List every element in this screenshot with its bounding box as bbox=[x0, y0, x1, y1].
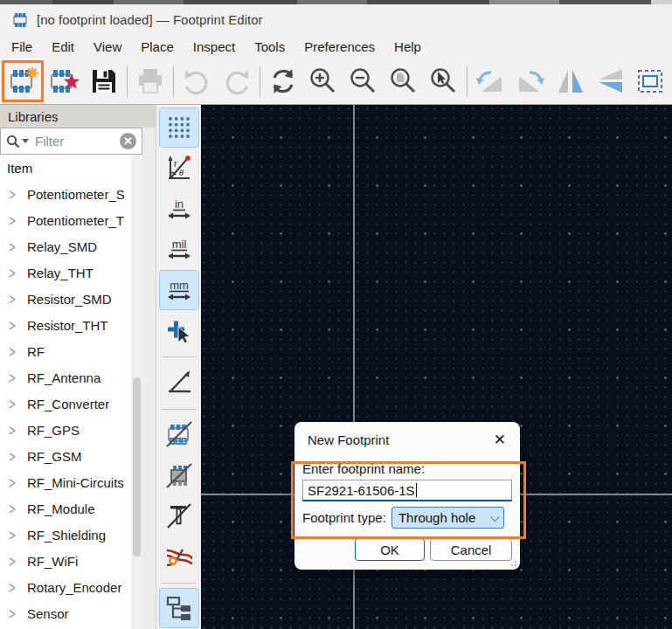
chevron-right-icon[interactable]: > bbox=[9, 526, 21, 544]
chevron-right-icon[interactable]: > bbox=[9, 578, 21, 597]
tree-item-label: Potentiometer_T bbox=[27, 213, 124, 228]
polar-coordinates-button[interactable]: r θ bbox=[159, 149, 199, 189]
tree-item-rf-mini-circuits[interactable]: >RF_Mini-Circuits bbox=[0, 469, 131, 495]
resize-grip[interactable] bbox=[509, 559, 516, 566]
tree-item-potentiometer-t[interactable]: >Potentiometer_T bbox=[0, 207, 131, 233]
chevron-right-icon[interactable]: > bbox=[9, 395, 21, 413]
tree-item-label: Resistor_SMD bbox=[27, 292, 112, 307]
left-toolbar: r θ in mil mm bbox=[156, 105, 201, 629]
tree-item-relay-smd[interactable]: >Relay_SMD bbox=[0, 233, 131, 259]
tree-item-label: RF_Antenna bbox=[27, 370, 100, 385]
tree-item-rf-wifi[interactable]: >RF_WiFi bbox=[0, 548, 131, 574]
clear-filter-icon[interactable]: ✕ bbox=[120, 133, 136, 149]
sketch-text-button[interactable] bbox=[159, 496, 199, 536]
footprint-properties-button[interactable] bbox=[631, 61, 671, 101]
save-button[interactable] bbox=[84, 61, 124, 101]
units-mils-button[interactable]: mil bbox=[159, 230, 199, 270]
tree-item-rf-converter[interactable]: >RF_Converter bbox=[0, 391, 131, 417]
tree-item-rf-gps[interactable]: >RF_GPS bbox=[0, 417, 131, 443]
redo-button[interactable] bbox=[217, 61, 257, 101]
footprint-type-select[interactable]: Through hole bbox=[391, 507, 504, 529]
tree-item-relay-tht[interactable]: >Relay_THT bbox=[0, 259, 131, 286]
menu-item-file[interactable]: File bbox=[2, 37, 42, 57]
cancel-button[interactable]: Cancel bbox=[430, 538, 512, 561]
zoom-selection-button[interactable] bbox=[424, 61, 464, 101]
tree-scrollbar-thumb[interactable] bbox=[133, 377, 141, 556]
tree-item-rf-module[interactable]: >RF_Module bbox=[0, 495, 131, 522]
tree-item-resistor-smd[interactable]: >Resistor_SMD bbox=[0, 286, 131, 312]
chevron-right-icon[interactable]: > bbox=[9, 264, 21, 282]
chevron-right-icon[interactable]: > bbox=[9, 421, 21, 439]
menu-item-tools[interactable]: Tools bbox=[245, 37, 294, 57]
zoom-in-button[interactable] bbox=[303, 61, 343, 101]
undo-button[interactable] bbox=[177, 61, 217, 101]
sketch-edges-button[interactable] bbox=[159, 363, 199, 403]
chevron-right-icon[interactable]: > bbox=[9, 447, 21, 466]
tree-item-label: RF_Module bbox=[27, 501, 95, 516]
close-icon[interactable]: ✕ bbox=[494, 432, 506, 447]
app-footprint-icon bbox=[11, 12, 29, 28]
tree-scrollbar[interactable] bbox=[131, 155, 142, 629]
footprint-tree-toggle-button[interactable] bbox=[159, 588, 199, 628]
tree-item-rf-antenna[interactable]: >RF_Antenna bbox=[0, 364, 131, 391]
zoom-fit-button[interactable] bbox=[384, 61, 424, 101]
chevron-right-icon[interactable]: > bbox=[9, 342, 21, 361]
tree-item-rf-gsm[interactable]: >RF_GSM bbox=[0, 443, 131, 469]
tree-item-rf-shielding[interactable]: >RF_Shielding bbox=[0, 522, 131, 548]
menu-item-place[interactable]: Place bbox=[131, 37, 184, 57]
chevron-right-icon[interactable]: > bbox=[9, 238, 21, 256]
new-footprint-dialog: New Footprint ✕ Enter footprint name: SF… bbox=[294, 422, 520, 570]
tree-item-sensor[interactable]: >Sensor bbox=[0, 600, 131, 626]
svg-text:mil: mil bbox=[171, 238, 186, 251]
tree-item-label: RF_Mini-Circuits bbox=[27, 475, 124, 490]
sketch-pads-button[interactable] bbox=[159, 415, 199, 455]
refresh-button[interactable] bbox=[263, 61, 303, 101]
libraries-panel-title: Libraries bbox=[0, 105, 156, 128]
chevron-right-icon[interactable]: > bbox=[9, 369, 21, 387]
tree-item-resistor-tht[interactable]: >Resistor_THT bbox=[0, 312, 131, 338]
cursor-shape-button[interactable] bbox=[159, 311, 199, 351]
library-filter-input[interactable]: Filter ✕ bbox=[0, 128, 142, 155]
rotate-ccw-button[interactable] bbox=[470, 61, 510, 101]
footprint-name-input[interactable]: SF2921-61506-1S bbox=[302, 480, 512, 501]
refresh-icon bbox=[267, 66, 299, 97]
chevron-right-icon[interactable]: > bbox=[9, 316, 21, 335]
main-toolbar bbox=[0, 59, 672, 105]
tree-item-label: RF_Converter bbox=[27, 397, 109, 411]
footprint-type-label: Footprint type: bbox=[302, 510, 386, 525]
toolbar-separator bbox=[173, 66, 174, 97]
rotate-cw-button[interactable] bbox=[510, 61, 551, 101]
panel-splitter[interactable] bbox=[142, 155, 156, 629]
tree-item-rotary-encoder[interactable]: >Rotary_Encoder bbox=[0, 574, 131, 600]
chevron-right-icon[interactable]: > bbox=[9, 500, 21, 518]
new-footprint-button[interactable] bbox=[4, 63, 41, 100]
grid-toggle-button[interactable] bbox=[159, 107, 199, 148]
chevron-right-icon[interactable]: > bbox=[9, 290, 21, 308]
net-highlight-button[interactable] bbox=[159, 536, 199, 577]
hierarchy-tree-icon bbox=[164, 593, 194, 623]
chevron-right-icon[interactable]: > bbox=[9, 605, 21, 623]
units-mm-button[interactable]: mm bbox=[159, 270, 199, 310]
inactive-layers-button[interactable] bbox=[159, 455, 199, 495]
menu-item-inspect[interactable]: Inspect bbox=[184, 37, 245, 57]
chevron-right-icon[interactable]: > bbox=[9, 211, 21, 230]
print-button[interactable] bbox=[130, 61, 170, 101]
toolbar-separator bbox=[162, 583, 197, 584]
menu-item-help[interactable]: Help bbox=[384, 37, 431, 57]
chevron-right-icon[interactable]: > bbox=[9, 185, 21, 204]
undo-arrow-icon bbox=[181, 66, 212, 97]
tree-item-rf[interactable]: >RF bbox=[0, 338, 131, 364]
menu-item-preferences[interactable]: Preferences bbox=[294, 37, 384, 57]
menu-item-view[interactable]: View bbox=[84, 37, 131, 57]
flip-vertical-button[interactable] bbox=[591, 61, 631, 101]
flip-horizontal-button[interactable] bbox=[551, 61, 591, 101]
ok-button[interactable]: OK bbox=[355, 538, 425, 561]
chevron-right-icon[interactable]: > bbox=[9, 552, 21, 570]
tree-item-label: Resistor_THT bbox=[27, 318, 108, 333]
units-inches-button[interactable]: in bbox=[159, 189, 199, 229]
tree-item-potentiometer-s[interactable]: >Potentiometer_S bbox=[0, 181, 131, 207]
menu-item-edit[interactable]: Edit bbox=[42, 37, 84, 57]
zoom-out-button[interactable] bbox=[343, 61, 384, 101]
chevron-right-icon[interactable]: > bbox=[9, 473, 21, 492]
new-footprint-wizard-button[interactable] bbox=[44, 61, 84, 101]
